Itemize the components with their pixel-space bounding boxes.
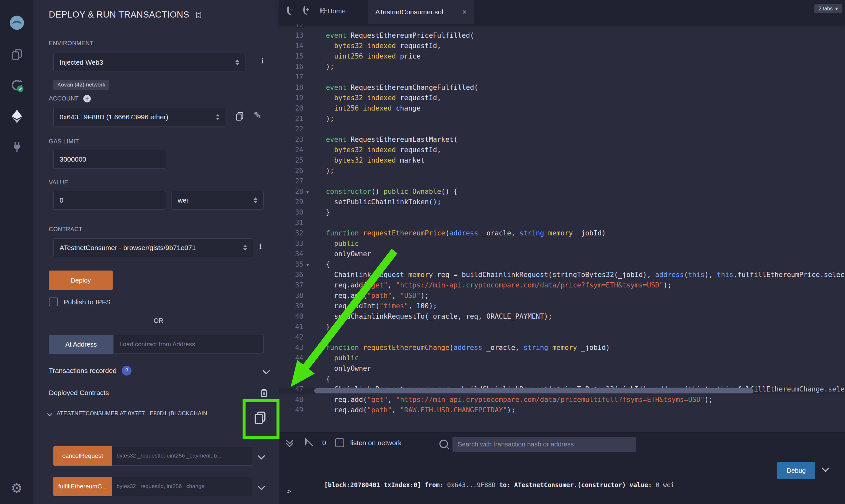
- method-row: fulfillEthereumC...: [53, 477, 275, 496]
- code-line[interactable]: [318, 176, 845, 186]
- account-value: 0x643...9F88D (1.666673996 ether): [59, 113, 212, 121]
- tab-filename: ATestnetConsumer.sol: [375, 8, 443, 16]
- code-line[interactable]: event RequestEthereumPriceFulfilled(: [318, 30, 845, 41]
- publish-ipfs-label: Publish to IPFS: [64, 298, 111, 306]
- method-expand-icon[interactable]: [258, 483, 265, 490]
- code-line[interactable]: req.add("get", "https://min-api.cryptoco…: [318, 394, 845, 405]
- code-line[interactable]: {: [318, 374, 845, 384]
- solidity-compiler-icon[interactable]: [10, 78, 24, 92]
- remix-ide: ⚙ DEPLOY & RUN TRANSACTIONS ENVIRONMENT …: [0, 0, 845, 504]
- terminal-search-input[interactable]: [452, 437, 636, 452]
- code-line[interactable]: function requestEthereumPrice(address _o…: [318, 228, 845, 238]
- recorder-doc-icon[interactable]: [195, 11, 203, 19]
- listen-network-checkbox[interactable]: [335, 438, 344, 447]
- code-line[interactable]: }: [318, 322, 845, 332]
- code-line[interactable]: bytes32 indexed market: [318, 155, 845, 165]
- code-line[interactable]: sendChainlinkRequestTo(_oracle, req, ORA…: [318, 311, 845, 322]
- deploy-button[interactable]: Deploy: [49, 271, 113, 290]
- horizontal-scrollbar-track[interactable]: [279, 388, 845, 394]
- code-line[interactable]: event RequestEthereumLastMarket(: [318, 134, 845, 145]
- code-line[interactable]: req.addInt("times", 100);: [318, 301, 845, 311]
- code-line[interactable]: function requestEthereumChange(address _…: [318, 342, 845, 353]
- tab-close-icon[interactable]: ×: [462, 7, 467, 17]
- code-line[interactable]: );: [318, 61, 845, 72]
- edit-account-icon[interactable]: ✎: [254, 110, 261, 121]
- tabs-count-label: 2 tabs: [818, 6, 833, 12]
- code-editor[interactable]: 1213141516171819202122232425262728▾29303…: [279, 24, 845, 432]
- account-select[interactable]: 0x643...9F88D (1.666673996 ether): [53, 108, 226, 126]
- code-line[interactable]: [318, 218, 845, 228]
- debug-button[interactable]: Debug: [777, 462, 815, 479]
- code-line[interactable]: onlyOwner: [318, 363, 845, 374]
- code-line[interactable]: }: [318, 207, 845, 218]
- plugin-manager-icon[interactable]: [11, 141, 23, 153]
- code-line[interactable]: onlyOwner: [318, 249, 845, 259]
- environment-label: ENVIRONMENT: [49, 40, 93, 47]
- copy-instance-address-icon[interactable]: [253, 410, 267, 425]
- method-args-input[interactable]: [112, 477, 253, 496]
- zoom-in-icon[interactable]: +: [304, 6, 305, 14]
- transactions-recorded-label: Transactions recorded: [49, 367, 117, 375]
- tabs-count-dropdown[interactable]: 2 tabs ▾: [814, 4, 842, 13]
- code-line[interactable]: Chainlink.Request memory req = buildChai…: [318, 270, 845, 280]
- remix-logo-icon[interactable]: [8, 14, 25, 31]
- at-address-button[interactable]: At Address: [49, 335, 113, 354]
- code-line[interactable]: {: [318, 259, 845, 270]
- instance-expand-icon[interactable]: [47, 411, 52, 416]
- method-call-button[interactable]: fulfillEthereumC...: [53, 477, 112, 496]
- environment-select[interactable]: Injected Web3: [53, 53, 245, 72]
- contract-select[interactable]: ATestnetConsumer - browser/gists/9b71e07…: [53, 238, 253, 257]
- code-line[interactable]: [318, 124, 845, 134]
- tab-active-file[interactable]: ATestnetConsumer.sol ×: [368, 0, 474, 24]
- code-line[interactable]: setPublicChainlinkToken();: [318, 197, 845, 207]
- add-account-icon[interactable]: +: [83, 95, 91, 103]
- code-line[interactable]: req.add("path", "RAW.ETH.USD.CHANGEPCTDA…: [318, 405, 845, 415]
- code-line[interactable]: constructor() public Ownable() {: [318, 186, 845, 197]
- code-line[interactable]: int256 indexed change: [318, 103, 845, 113]
- clear-console-icon[interactable]: [305, 438, 307, 446]
- environment-info-icon[interactable]: i: [261, 57, 263, 65]
- code-line[interactable]: bytes32 indexed requestId,: [318, 93, 845, 103]
- deploy-run-icon[interactable]: [11, 109, 23, 124]
- code-line[interactable]: req.add("path", "USD");: [318, 290, 845, 301]
- code-line[interactable]: public: [318, 353, 845, 363]
- or-divider: OR: [53, 317, 264, 325]
- zoom-out-icon[interactable]: −: [287, 6, 289, 14]
- horizontal-scrollbar-thumb[interactable]: [314, 388, 754, 393]
- code-line[interactable]: bytes32 indexed requestId,: [318, 41, 845, 51]
- code-line[interactable]: [318, 332, 845, 342]
- code-line[interactable]: event RequestEthereumChangeFulfilled(: [318, 82, 845, 93]
- code-line[interactable]: req.add("get", "https://min-api.cryptoco…: [318, 280, 845, 290]
- value-label: VALUE: [49, 179, 68, 186]
- copy-account-icon[interactable]: [235, 111, 244, 121]
- code-line[interactable]: [318, 72, 845, 82]
- home-globe-icon[interactable]: [320, 7, 322, 14]
- terminal-expand-icon[interactable]: [287, 440, 292, 446]
- value-input[interactable]: [53, 191, 166, 210]
- log-expand-icon[interactable]: [822, 465, 829, 472]
- code-line[interactable]: public: [318, 238, 845, 249]
- contract-info-icon[interactable]: i: [259, 242, 261, 251]
- value-unit-select[interactable]: wei: [172, 191, 264, 210]
- fold-caret-icon[interactable]: ▾: [304, 187, 312, 197]
- method-args-input[interactable]: [112, 446, 253, 466]
- code-line[interactable]: bytes32 indexed requestId,: [318, 145, 845, 155]
- method-expand-icon[interactable]: [258, 452, 265, 460]
- settings-icon[interactable]: ⚙: [0, 481, 34, 496]
- stepper-icon: [243, 245, 247, 251]
- at-address-input[interactable]: [113, 335, 264, 354]
- code-line[interactable]: );: [318, 113, 845, 124]
- publish-ipfs-checkbox[interactable]: [49, 298, 58, 306]
- code-line[interactable]: );: [318, 165, 845, 176]
- tab-home[interactable]: Home: [327, 7, 346, 15]
- file-explorer-icon[interactable]: [11, 48, 23, 61]
- fold-caret-icon[interactable]: ▾: [304, 260, 312, 270]
- gas-limit-input[interactable]: [53, 150, 166, 169]
- clear-instances-trash-icon[interactable]: [259, 388, 269, 398]
- code-line[interactable]: [318, 24, 845, 30]
- tx-log-entry[interactable]: [block:20780401 txIndex:0] from: 0x643..…: [324, 461, 674, 504]
- transactions-expand-icon[interactable]: [263, 367, 270, 375]
- method-call-button[interactable]: cancelRequest: [53, 446, 112, 466]
- terminal-prompt[interactable]: >: [287, 487, 291, 495]
- code-line[interactable]: uint256 indexed price: [318, 51, 845, 61]
